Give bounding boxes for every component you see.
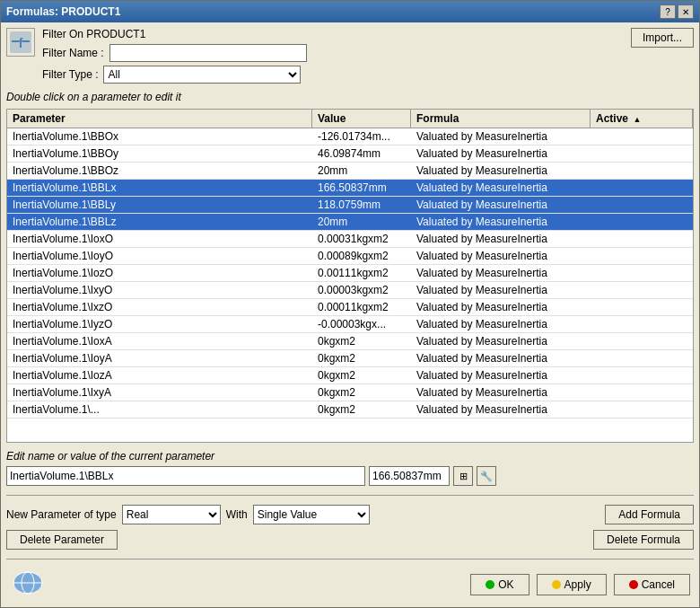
td-parameter: InertiaVolume.1\IxyA xyxy=(7,384,312,401)
td-active xyxy=(591,128,693,145)
td-active xyxy=(591,299,693,315)
td-parameter: InertiaVolume.1\IoxO xyxy=(7,231,312,247)
td-parameter: InertiaVolume.1\BBOy xyxy=(7,145,312,162)
new-param-type-select[interactable]: Boolean Integer Real String Length Angle xyxy=(122,505,221,524)
table-row[interactable]: InertiaVolume.1\IxyO 0.00003kgxm2 Valuat… xyxy=(7,282,693,299)
td-parameter: InertiaVolume.1\... xyxy=(7,401,312,418)
close-button[interactable]: ✕ xyxy=(678,4,694,19)
td-formula: Valuated by MeasureInertia xyxy=(411,197,591,213)
col-header-parameter: Parameter xyxy=(7,110,312,128)
edit-value-input[interactable] xyxy=(369,466,450,486)
filter-type-row: Filter Type : All Boolean Integer Real S… xyxy=(42,66,307,84)
table-row[interactable]: InertiaVolume.1\IozA 0kgxm2 Valuated by … xyxy=(7,367,693,384)
td-formula: Valuated by MeasureInertia xyxy=(411,401,591,418)
td-active xyxy=(591,333,693,349)
main-window: Formulas: PRODUCT1 ? ✕ f xyxy=(0,0,700,608)
td-formula: Valuated by MeasureInertia xyxy=(411,265,591,281)
td-formula: Valuated by MeasureInertia xyxy=(411,248,591,264)
table-row[interactable]: InertiaVolume.1\IyzO -0.00003kgx... Valu… xyxy=(7,316,693,333)
td-formula: Valuated by MeasureInertia xyxy=(411,333,591,349)
td-formula: Valuated by MeasureInertia xyxy=(411,180,591,196)
ok-icon xyxy=(486,580,494,589)
td-formula: Valuated by MeasureInertia xyxy=(411,231,591,247)
with-select[interactable]: Single Value Range of values List of val… xyxy=(253,505,370,524)
cancel-button[interactable]: Cancel xyxy=(614,574,690,595)
td-value: 0kgxm2 xyxy=(312,333,411,349)
td-active xyxy=(591,401,693,418)
td-active xyxy=(591,367,693,383)
td-formula: Valuated by MeasureInertia xyxy=(411,316,591,332)
filter-name-label: Filter Name : xyxy=(42,47,104,59)
td-parameter: InertiaVolume.1\IyzO xyxy=(7,316,312,332)
td-value: 166.50837mm xyxy=(312,180,411,196)
table-row[interactable]: InertiaVolume.1\BBLy 118.0759mm Valuated… xyxy=(7,197,693,214)
formula-icon: ⊞ xyxy=(459,471,468,482)
table-row[interactable]: InertiaVolume.1\IozO 0.00111kgxm2 Valuat… xyxy=(7,265,693,282)
cancel-icon xyxy=(629,580,638,589)
edit-name-input[interactable] xyxy=(6,466,365,486)
td-value: 0kgxm2 xyxy=(312,367,411,383)
svg-rect-2 xyxy=(12,40,19,42)
td-active xyxy=(591,163,693,179)
table-row[interactable]: InertiaVolume.1\IxzO 0.00011kgxm2 Valuat… xyxy=(7,299,693,316)
td-parameter: InertiaVolume.1\IxzO xyxy=(7,299,312,315)
table-row[interactable]: InertiaVolume.1\BBLz 20mm Valuated by Me… xyxy=(7,214,693,231)
col-header-active: Active ▲ xyxy=(591,110,693,128)
td-formula: Valuated by MeasureInertia xyxy=(411,367,591,383)
td-parameter: InertiaVolume.1\BBLx xyxy=(7,180,312,196)
td-parameter: InertiaVolume.1\IozA xyxy=(7,367,312,383)
td-active xyxy=(591,214,693,230)
td-formula: Valuated by MeasureInertia xyxy=(411,163,591,179)
td-parameter: InertiaVolume.1\BBLz xyxy=(7,214,312,230)
td-formula: Valuated by MeasureInertia xyxy=(411,145,591,162)
import-button[interactable]: Import... xyxy=(631,28,694,48)
filter-type-select[interactable]: All Boolean Integer Real String Length A… xyxy=(103,66,301,84)
td-formula: Valuated by MeasureInertia xyxy=(411,384,591,401)
td-active xyxy=(591,231,693,247)
table-row[interactable]: InertiaVolume.1\IxyA 0kgxm2 Valuated by … xyxy=(7,384,693,401)
td-active xyxy=(591,145,693,162)
td-parameter: InertiaVolume.1\BBOx xyxy=(7,128,312,145)
new-param-row: New Parameter of type Boolean Integer Re… xyxy=(6,505,694,524)
delete-param-button[interactable]: Delete Parameter xyxy=(6,530,118,550)
edit-formula-button[interactable]: ⊞ xyxy=(453,466,473,486)
footer-buttons: OK Apply Cancel xyxy=(6,565,694,602)
add-formula-button[interactable]: Add Formula xyxy=(605,505,694,524)
filter-type-label: Filter Type : xyxy=(42,68,98,81)
svg-text:f: f xyxy=(19,36,23,50)
td-value: 118.0759mm xyxy=(312,197,411,213)
table-row[interactable]: InertiaVolume.1\BBOx -126.01734m... Valu… xyxy=(7,128,693,145)
app-logo: f xyxy=(6,28,35,57)
td-parameter: InertiaVolume.1\IxyO xyxy=(7,282,312,298)
edit-row: ⊞ 🔧 xyxy=(6,466,694,486)
td-parameter: InertiaVolume.1\IoyO xyxy=(7,248,312,264)
separator-1 xyxy=(6,495,694,496)
edit-picker-button[interactable]: 🔧 xyxy=(477,466,496,486)
table-row[interactable]: InertiaVolume.1\BBOz 20mm Valuated by Me… xyxy=(7,163,693,180)
td-active xyxy=(591,384,693,401)
table-row[interactable]: InertiaVolume.1\BBOy 46.09874mm Valuated… xyxy=(7,145,693,163)
td-active xyxy=(591,248,693,264)
td-active xyxy=(591,180,693,196)
table-row[interactable]: InertiaVolume.1\IoyO 0.00089kgxm2 Valuat… xyxy=(7,248,693,265)
col-header-value: Value xyxy=(312,110,411,128)
apply-button[interactable]: Apply xyxy=(537,574,607,595)
td-value: 0.00089kgxm2 xyxy=(312,248,411,264)
td-active xyxy=(591,316,693,332)
table-row[interactable]: InertiaVolume.1\IoxO 0.00031kgxm2 Valuat… xyxy=(7,231,693,248)
title-bar: Formulas: PRODUCT1 ? ✕ xyxy=(1,1,699,22)
td-formula: Valuated by MeasureInertia xyxy=(411,282,591,298)
apply-icon xyxy=(552,580,561,589)
table-row[interactable]: InertiaVolume.1\BBLx 166.50837mm Valuate… xyxy=(7,180,693,197)
delete-formula-button[interactable]: Delete Formula xyxy=(593,530,694,550)
td-value: 0kgxm2 xyxy=(312,350,411,366)
help-button[interactable]: ? xyxy=(660,4,676,19)
td-value: 0.00003kgxm2 xyxy=(312,282,411,298)
td-formula: Valuated by MeasureInertia xyxy=(411,350,591,366)
table-row[interactable]: InertiaVolume.1\IoyA 0kgxm2 Valuated by … xyxy=(7,350,693,367)
ok-button[interactable]: OK xyxy=(470,574,529,595)
edit-section: Edit name or value of the current parame… xyxy=(6,446,694,489)
filter-name-input[interactable] xyxy=(109,44,307,62)
table-row[interactable]: InertiaVolume.1\... 0kgxm2 Valuated by M… xyxy=(7,401,693,419)
table-row[interactable]: InertiaVolume.1\IoxA 0kgxm2 Valuated by … xyxy=(7,333,693,350)
